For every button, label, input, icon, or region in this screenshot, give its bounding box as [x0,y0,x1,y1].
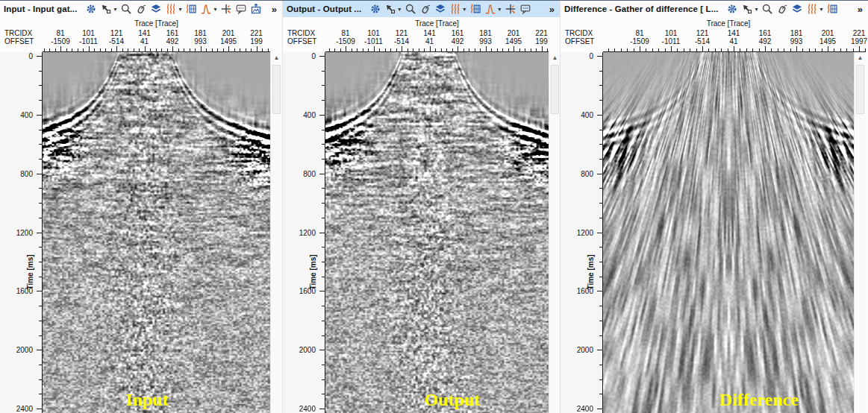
pan-mouse-icon[interactable] [419,3,431,16]
trace-table-icon[interactable] [826,3,839,16]
wiggle-display-icon[interactable] [806,3,819,16]
zoom-icon[interactable] [404,3,416,16]
time-minor-tick [39,159,42,160]
settings-gear-icon[interactable] [726,3,739,16]
histogram-icon[interactable] [199,3,212,16]
vertical-scrollbar[interactable]: ▲ [270,52,282,413]
scroll-thumb[interactable] [551,65,559,114]
scroll-thumb[interactable] [272,65,281,114]
time-minor-tick [599,394,602,394]
time-major-tick [319,174,325,174]
dropdown-caret-icon[interactable]: ▾ [113,6,116,13]
toolbar-overflow-icon[interactable]: » [272,4,278,15]
time-tick-label: 1200 [299,228,316,236]
selection-mode-icon[interactable] [99,3,112,16]
seismic-image[interactable] [43,52,270,413]
scroll-thumb[interactable] [856,65,864,114]
time-axis: Time [ms] 04008001200160020002400 [0,52,43,413]
layers-icon[interactable] [149,3,162,16]
trace-major-tick [796,46,797,51]
dropdown-caret-icon[interactable]: ▾ [498,6,501,13]
panel-title[interactable]: Difference - Gather of difference [ L... [564,4,719,13]
histogram-icon[interactable] [484,3,496,16]
comment-icon[interactable] [235,3,248,16]
time-tick-label: 2000 [577,346,593,354]
trace-minor-tick [665,48,666,51]
trace-minor-tick [441,48,442,51]
time-minor-tick [322,159,325,160]
vertical-scrollbar[interactable]: ▲ [854,52,866,413]
pan-mouse-icon[interactable] [776,3,789,16]
dropdown-caret-icon[interactable]: ▾ [463,6,466,13]
zoom-icon[interactable] [119,3,132,16]
trace-major-tick [257,46,257,51]
trace-table-icon[interactable] [184,3,197,16]
trace-minor-tick [83,48,84,51]
scroll-up-button[interactable]: ▲ [549,52,560,63]
crosshair-icon[interactable] [504,3,516,16]
trace-minor-tick [696,48,697,51]
time-minor-tick [39,262,42,262]
toolbar-overflow-icon[interactable]: » [549,4,556,15]
time-minor-tick [599,71,602,72]
trace-major-tick [145,46,146,51]
time-major-tick [37,409,42,409]
trcidx-value: 161 [452,29,464,37]
dropdown-caret-icon[interactable]: ▾ [178,6,181,13]
pan-mouse-icon[interactable] [134,3,147,16]
trace-major-tick [346,46,346,51]
trace-minor-tick [646,48,646,51]
scroll-up-button[interactable]: ▲ [855,52,866,63]
trace-major-tick [828,46,828,51]
wiggle-display-icon[interactable] [449,3,461,16]
seismic-image[interactable] [603,52,854,413]
panel-title[interactable]: Input - Input gat... [4,4,77,13]
time-minor-tick [599,321,602,321]
trace-minor-tick [525,48,525,51]
trace-minor-tick [78,48,78,51]
panel-title[interactable]: Output - Output ... [287,4,361,13]
trace-minor-tick [408,48,408,51]
comment-icon[interactable] [519,3,531,16]
time-tick-label: 2000 [16,346,33,354]
trace-minor-tick [424,48,425,51]
time-minor-tick [599,159,602,160]
settings-gear-icon[interactable] [84,3,97,16]
time-tick-label: 800 [581,169,593,177]
selection-mode-icon[interactable] [384,3,396,16]
trace-minor-tick [746,48,747,51]
wiggle-display-icon[interactable] [164,3,177,16]
layers-icon[interactable] [434,3,446,16]
dropdown-caret-icon[interactable]: ▾ [820,6,823,13]
trace-major-tick [89,46,90,51]
toolbar-overflow-icon[interactable]: » [858,4,864,15]
vertical-scrollbar[interactable]: ▲ [549,52,560,413]
time-minor-tick [39,335,42,336]
time-minor-tick [39,321,42,321]
time-minor-tick [39,247,42,248]
panel-input: Input - Input gat... ▾▾▾ » Trace [Trace]… [0,1,282,413]
trace-table-icon[interactable] [469,3,481,16]
selection-mode-icon[interactable] [741,3,754,16]
dropdown-caret-icon[interactable]: ▾ [755,6,758,13]
trcidx-value: 221 [535,29,548,37]
dropdown-caret-icon[interactable]: ▾ [213,6,216,13]
trace-minor-tick [475,48,475,51]
settings-gear-icon[interactable] [369,3,381,16]
panel-toolbar: Input - Input gat... ▾▾▾ » [0,1,282,17]
gather-label: Input [125,390,168,410]
trace-minor-tick [167,48,168,51]
dropdown-caret-icon[interactable]: ▾ [398,6,401,13]
time-minor-tick [322,277,325,277]
zoom-icon[interactable] [761,3,774,16]
crosshair-icon[interactable] [220,3,233,16]
trace-minor-tick [66,48,67,51]
trace-minor-tick [190,48,190,51]
toolbar-icons: ▾▾ [726,3,839,16]
trace-axis-header: Trace [Trace] TRCIDX OFFSET 81-1509101-1… [283,17,560,52]
layers-icon[interactable] [791,3,804,16]
scroll-up-button[interactable]: ▲ [271,52,282,63]
seismic-image[interactable] [325,52,549,413]
export-image-icon[interactable] [250,3,263,16]
panel-toolbar: Output - Output ... ▾▾▾ » [283,1,560,17]
